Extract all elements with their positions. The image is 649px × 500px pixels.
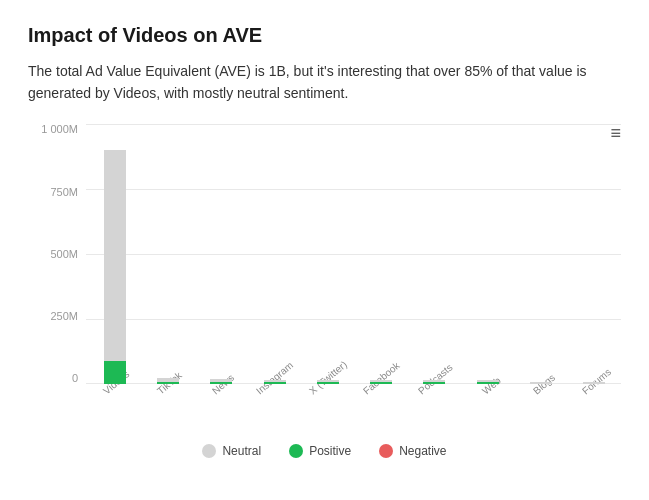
legend-dot-neutral bbox=[202, 444, 216, 458]
bar-segment-positive bbox=[317, 382, 339, 384]
bar-col bbox=[248, 124, 301, 384]
chart-description: The total Ad Value Equivalent (AVE) is 1… bbox=[28, 61, 618, 104]
x-label-wrap: X (Twitter) bbox=[300, 384, 354, 399]
legend-dot-negative bbox=[379, 444, 393, 458]
x-label-wrap: Web bbox=[461, 384, 515, 399]
chart-inner: 1 000M750M500M250M0 bbox=[28, 124, 621, 384]
legend: Neutral Positive Negative bbox=[28, 444, 621, 458]
bar-col bbox=[568, 124, 621, 384]
bars-group bbox=[88, 124, 621, 384]
x-label-wrap: News bbox=[193, 384, 247, 399]
bar-stack bbox=[264, 380, 286, 384]
legend-item-positive: Positive bbox=[289, 444, 351, 458]
chart-area: 1 000M750M500M250M0 VideosTikTokNewsInst… bbox=[28, 124, 621, 434]
legend-label-negative: Negative bbox=[399, 444, 446, 458]
y-axis-label: 250M bbox=[50, 311, 78, 322]
x-label-wrap: Facebook bbox=[354, 384, 408, 399]
bar-segment-positive bbox=[370, 382, 392, 384]
bar-segment-positive bbox=[264, 382, 286, 384]
x-label-wrap: Blogs bbox=[514, 384, 568, 399]
bar-segment-positive bbox=[157, 382, 179, 384]
bar-segment-positive bbox=[210, 382, 232, 384]
bar-stack bbox=[210, 379, 232, 384]
legend-item-negative: Negative bbox=[379, 444, 446, 458]
bar-col bbox=[408, 124, 461, 384]
bar-col bbox=[514, 124, 567, 384]
chart-container: ≡ 1 000M750M500M250M0 VideosTikTokNewsIn… bbox=[28, 124, 621, 458]
x-label-wrap: Podcasts bbox=[407, 384, 461, 399]
bar-stack bbox=[423, 380, 445, 384]
bar-segment-neutral bbox=[104, 150, 126, 361]
x-label-wrap: Forums bbox=[568, 384, 622, 399]
bar-segment-neutral bbox=[530, 382, 552, 384]
y-axis-label: 0 bbox=[72, 373, 78, 384]
legend-dot-positive bbox=[289, 444, 303, 458]
bar-segment-positive bbox=[104, 361, 126, 384]
x-label-wrap: TikTok bbox=[140, 384, 194, 399]
bar-stack bbox=[370, 380, 392, 384]
bar-col bbox=[195, 124, 248, 384]
chart-title: Impact of Videos on AVE bbox=[28, 24, 621, 47]
legend-label-positive: Positive bbox=[309, 444, 351, 458]
bar-col bbox=[301, 124, 354, 384]
bar-col bbox=[141, 124, 194, 384]
y-axis-label: 750M bbox=[50, 187, 78, 198]
bar-segment-neutral bbox=[583, 382, 605, 384]
bar-col bbox=[461, 124, 514, 384]
y-axis-label: 500M bbox=[50, 249, 78, 260]
x-label-wrap: Videos bbox=[86, 384, 140, 399]
bar-stack bbox=[530, 382, 552, 384]
bar-stack bbox=[104, 150, 126, 384]
bar-col bbox=[88, 124, 141, 384]
x-labels-row: VideosTikTokNewsInstagramX (Twitter)Face… bbox=[28, 384, 621, 434]
x-label-wrap: Instagram bbox=[247, 384, 301, 399]
bar-segment-positive bbox=[477, 382, 499, 384]
legend-item-neutral: Neutral bbox=[202, 444, 261, 458]
y-axis: 1 000M750M500M250M0 bbox=[28, 124, 86, 384]
bar-stack bbox=[317, 380, 339, 384]
bar-stack bbox=[157, 378, 179, 385]
bar-stack bbox=[583, 382, 605, 384]
bar-col bbox=[354, 124, 407, 384]
legend-label-neutral: Neutral bbox=[222, 444, 261, 458]
y-axis-label: 1 000M bbox=[41, 124, 78, 135]
bar-stack bbox=[477, 380, 499, 384]
bar-segment-positive bbox=[423, 382, 445, 384]
